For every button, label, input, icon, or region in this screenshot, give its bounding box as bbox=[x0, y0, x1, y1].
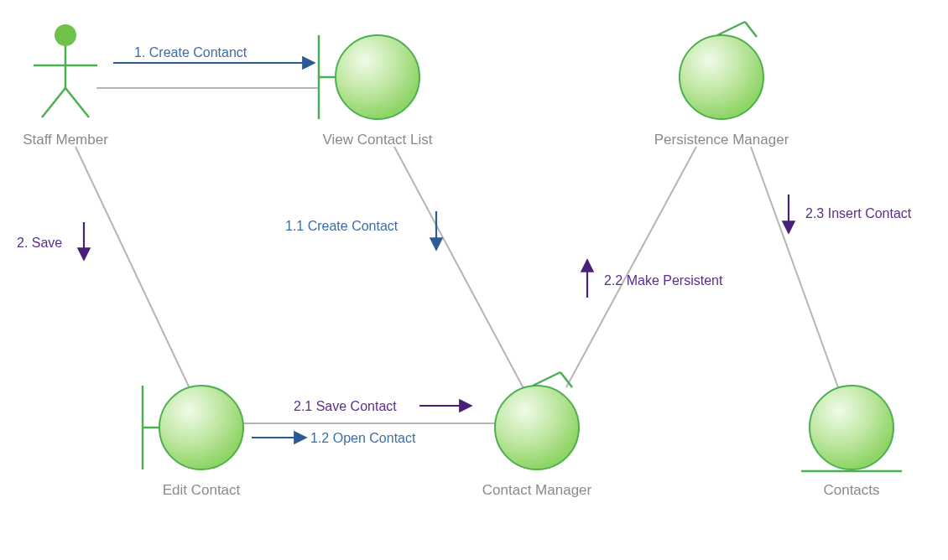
msg-save-contact-text: 2.1 Save Contact bbox=[294, 399, 397, 413]
node-edit-contact bbox=[143, 386, 243, 469]
view-contact-list-label: View Contact List bbox=[322, 132, 432, 148]
staff-member-label: Staff Member bbox=[23, 132, 108, 148]
link-viewlist-contactmgr bbox=[394, 147, 524, 390]
entity-circle-icon bbox=[810, 386, 893, 469]
msg-insert-contact-text: 2.3 Insert Contact bbox=[805, 206, 912, 220]
msg-create-contanct-text: 1. Create Contanct bbox=[134, 45, 247, 60]
persistence-manager-label: Persistence Manager bbox=[654, 132, 789, 148]
svg-line-3 bbox=[65, 88, 89, 117]
collaboration-diagram: 1. Create Contanct 1.1 Create Contact 2.… bbox=[0, 0, 948, 560]
link-persist-contacts bbox=[751, 147, 839, 390]
contact-manager-label: Contact Manager bbox=[482, 482, 592, 498]
actor-staff-member bbox=[34, 24, 97, 117]
svg-line-10 bbox=[533, 372, 560, 386]
node-view-contact-list bbox=[319, 35, 419, 119]
msg-make-persistent-text: 2.2 Make Persistent bbox=[604, 273, 723, 288]
edit-contact-label: Edit Contact bbox=[163, 482, 241, 498]
control-circle-icon bbox=[680, 35, 763, 119]
boundary-circle-icon bbox=[336, 35, 419, 119]
msg-create-contact-text: 1.1 Create Contact bbox=[285, 219, 398, 233]
control-circle-icon bbox=[495, 386, 579, 469]
node-contacts bbox=[801, 386, 902, 471]
svg-line-2 bbox=[42, 88, 65, 117]
link-contactmgr-persist bbox=[566, 147, 696, 387]
boundary-circle-icon bbox=[159, 386, 243, 469]
contacts-label: Contacts bbox=[823, 482, 879, 498]
svg-line-7 bbox=[745, 22, 757, 37]
link-staff-edit bbox=[76, 147, 189, 386]
node-persistence-manager bbox=[680, 22, 763, 119]
actor-head-icon bbox=[55, 24, 76, 46]
msg-open-contact-text: 1.2 Open Contact bbox=[310, 431, 416, 445]
svg-line-6 bbox=[717, 22, 745, 35]
msg-save-text: 2. Save bbox=[17, 236, 62, 250]
